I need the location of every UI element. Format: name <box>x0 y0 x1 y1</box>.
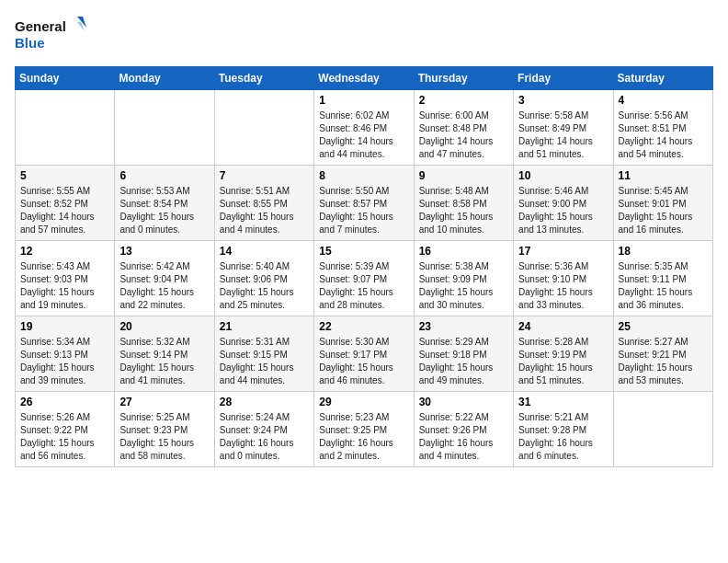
calendar-cell: 20Sunrise: 5:32 AM Sunset: 9:14 PM Dayli… <box>115 316 214 392</box>
svg-text:General: General <box>15 18 66 34</box>
day-info: Sunrise: 5:38 AM Sunset: 9:09 PM Dayligh… <box>419 260 508 312</box>
day-info: Sunrise: 5:30 AM Sunset: 9:17 PM Dayligh… <box>319 336 408 387</box>
day-info: Sunrise: 5:24 AM Sunset: 9:24 PM Dayligh… <box>220 411 309 463</box>
day-info: Sunrise: 5:50 AM Sunset: 8:57 PM Dayligh… <box>319 185 408 236</box>
day-number: 13 <box>119 245 209 258</box>
calendar-cell: 21Sunrise: 5:31 AM Sunset: 9:15 PM Dayli… <box>214 316 313 392</box>
day-number: 27 <box>119 396 209 408</box>
day-number: 11 <box>619 169 708 182</box>
day-number: 28 <box>220 396 309 408</box>
calendar-cell: 25Sunrise: 5:27 AM Sunset: 9:21 PM Dayli… <box>613 316 712 392</box>
day-number: 1 <box>319 94 408 107</box>
calendar-cell: 6Sunrise: 5:53 AM Sunset: 8:54 PM Daylig… <box>115 166 214 241</box>
day-info: Sunrise: 5:29 AM Sunset: 9:18 PM Dayligh… <box>419 336 508 387</box>
day-number: 2 <box>419 94 508 107</box>
day-info: Sunrise: 5:23 AM Sunset: 9:25 PM Dayligh… <box>319 411 408 463</box>
calendar-table: SundayMondayTuesdayWednesdayThursdayFrid… <box>15 66 713 467</box>
day-info: Sunrise: 5:55 AM Sunset: 8:52 PM Dayligh… <box>20 185 109 236</box>
day-number: 25 <box>619 320 708 333</box>
day-info: Sunrise: 5:42 AM Sunset: 9:04 PM Dayligh… <box>119 260 209 312</box>
day-info: Sunrise: 5:36 AM Sunset: 9:10 PM Dayligh… <box>518 260 608 312</box>
day-number: 24 <box>518 320 608 333</box>
day-number: 30 <box>419 396 508 408</box>
day-info: Sunrise: 6:00 AM Sunset: 8:48 PM Dayligh… <box>419 109 508 161</box>
day-info: Sunrise: 5:25 AM Sunset: 9:23 PM Dayligh… <box>119 411 209 463</box>
day-info: Sunrise: 5:32 AM Sunset: 9:14 PM Dayligh… <box>119 336 209 387</box>
day-info: Sunrise: 5:43 AM Sunset: 9:03 PM Dayligh… <box>20 260 109 312</box>
calendar-cell: 30Sunrise: 5:22 AM Sunset: 9:26 PM Dayli… <box>414 392 513 467</box>
calendar-cell: 15Sunrise: 5:39 AM Sunset: 9:07 PM Dayli… <box>314 241 414 316</box>
day-number: 23 <box>419 320 508 333</box>
calendar-week-row: 5Sunrise: 5:55 AM Sunset: 8:52 PM Daylig… <box>16 166 713 241</box>
calendar-cell: 12Sunrise: 5:43 AM Sunset: 9:03 PM Dayli… <box>16 241 115 316</box>
day-number: 18 <box>619 245 708 258</box>
page-header: General Blue <box>15 15 713 55</box>
day-number: 15 <box>319 245 408 258</box>
day-number: 31 <box>518 396 608 408</box>
calendar-cell: 11Sunrise: 5:45 AM Sunset: 9:01 PM Dayli… <box>613 166 712 241</box>
logo-svg: General Blue <box>15 15 88 55</box>
day-info: Sunrise: 5:53 AM Sunset: 8:54 PM Dayligh… <box>119 185 209 236</box>
calendar-cell: 7Sunrise: 5:51 AM Sunset: 8:55 PM Daylig… <box>214 166 313 241</box>
day-info: Sunrise: 5:35 AM Sunset: 9:11 PM Dayligh… <box>619 260 708 312</box>
day-number: 9 <box>419 169 508 182</box>
calendar-cell: 16Sunrise: 5:38 AM Sunset: 9:09 PM Dayli… <box>414 241 513 316</box>
day-info: Sunrise: 5:46 AM Sunset: 9:00 PM Dayligh… <box>518 185 608 236</box>
day-number: 16 <box>419 245 508 258</box>
day-number: 19 <box>20 320 109 333</box>
calendar-cell: 3Sunrise: 5:58 AM Sunset: 8:49 PM Daylig… <box>514 90 613 166</box>
calendar-cell: 8Sunrise: 5:50 AM Sunset: 8:57 PM Daylig… <box>314 166 414 241</box>
day-info: Sunrise: 5:21 AM Sunset: 9:28 PM Dayligh… <box>518 411 608 463</box>
day-info: Sunrise: 5:58 AM Sunset: 8:49 PM Dayligh… <box>518 109 608 161</box>
calendar-header-row: SundayMondayTuesdayWednesdayThursdayFrid… <box>16 67 713 90</box>
calendar-cell: 5Sunrise: 5:55 AM Sunset: 8:52 PM Daylig… <box>16 166 115 241</box>
day-info: Sunrise: 6:02 AM Sunset: 8:46 PM Dayligh… <box>319 109 408 161</box>
day-info: Sunrise: 5:34 AM Sunset: 9:13 PM Dayligh… <box>20 336 109 387</box>
day-number: 12 <box>20 245 109 258</box>
calendar-cell: 22Sunrise: 5:30 AM Sunset: 9:17 PM Dayli… <box>314 316 414 392</box>
calendar-cell <box>214 90 313 166</box>
calendar-cell: 31Sunrise: 5:21 AM Sunset: 9:28 PM Dayli… <box>514 392 613 467</box>
day-number: 3 <box>518 94 608 107</box>
calendar-cell: 28Sunrise: 5:24 AM Sunset: 9:24 PM Dayli… <box>214 392 313 467</box>
weekday-header: Wednesday <box>314 67 414 90</box>
calendar-cell: 9Sunrise: 5:48 AM Sunset: 8:58 PM Daylig… <box>414 166 513 241</box>
weekday-header: Sunday <box>16 67 115 90</box>
calendar-cell: 17Sunrise: 5:36 AM Sunset: 9:10 PM Dayli… <box>514 241 613 316</box>
day-info: Sunrise: 5:28 AM Sunset: 9:19 PM Dayligh… <box>518 336 608 387</box>
day-info: Sunrise: 5:22 AM Sunset: 9:26 PM Dayligh… <box>419 411 508 463</box>
calendar-cell: 19Sunrise: 5:34 AM Sunset: 9:13 PM Dayli… <box>16 316 115 392</box>
day-number: 8 <box>319 169 408 182</box>
calendar-cell: 26Sunrise: 5:26 AM Sunset: 9:22 PM Dayli… <box>16 392 115 467</box>
day-info: Sunrise: 5:31 AM Sunset: 9:15 PM Dayligh… <box>220 336 309 387</box>
svg-text:Blue: Blue <box>15 35 45 51</box>
day-number: 7 <box>220 169 309 182</box>
day-number: 29 <box>319 396 408 408</box>
calendar-cell <box>613 392 712 467</box>
weekday-header: Friday <box>514 67 613 90</box>
day-number: 20 <box>119 320 209 333</box>
calendar-cell <box>115 90 214 166</box>
calendar-cell: 13Sunrise: 5:42 AM Sunset: 9:04 PM Dayli… <box>115 241 214 316</box>
weekday-header: Monday <box>115 67 214 90</box>
calendar-cell: 4Sunrise: 5:56 AM Sunset: 8:51 PM Daylig… <box>613 90 712 166</box>
calendar-cell: 1Sunrise: 6:02 AM Sunset: 8:46 PM Daylig… <box>314 90 414 166</box>
day-info: Sunrise: 5:39 AM Sunset: 9:07 PM Dayligh… <box>319 260 408 312</box>
day-info: Sunrise: 5:56 AM Sunset: 8:51 PM Dayligh… <box>619 109 708 161</box>
day-number: 26 <box>20 396 109 408</box>
calendar-cell: 10Sunrise: 5:46 AM Sunset: 9:00 PM Dayli… <box>514 166 613 241</box>
day-number: 22 <box>319 320 408 333</box>
day-info: Sunrise: 5:51 AM Sunset: 8:55 PM Dayligh… <box>220 185 309 236</box>
day-info: Sunrise: 5:48 AM Sunset: 8:58 PM Dayligh… <box>419 185 508 236</box>
calendar-cell: 24Sunrise: 5:28 AM Sunset: 9:19 PM Dayli… <box>514 316 613 392</box>
day-info: Sunrise: 5:40 AM Sunset: 9:06 PM Dayligh… <box>220 260 309 312</box>
day-info: Sunrise: 5:45 AM Sunset: 9:01 PM Dayligh… <box>619 185 708 236</box>
day-number: 6 <box>119 169 209 182</box>
calendar-cell: 14Sunrise: 5:40 AM Sunset: 9:06 PM Dayli… <box>214 241 313 316</box>
day-info: Sunrise: 5:26 AM Sunset: 9:22 PM Dayligh… <box>20 411 109 463</box>
day-number: 17 <box>518 245 608 258</box>
logo: General Blue <box>15 15 88 55</box>
calendar-cell <box>16 90 115 166</box>
calendar-cell: 2Sunrise: 6:00 AM Sunset: 8:48 PM Daylig… <box>414 90 513 166</box>
calendar-cell: 27Sunrise: 5:25 AM Sunset: 9:23 PM Dayli… <box>115 392 214 467</box>
